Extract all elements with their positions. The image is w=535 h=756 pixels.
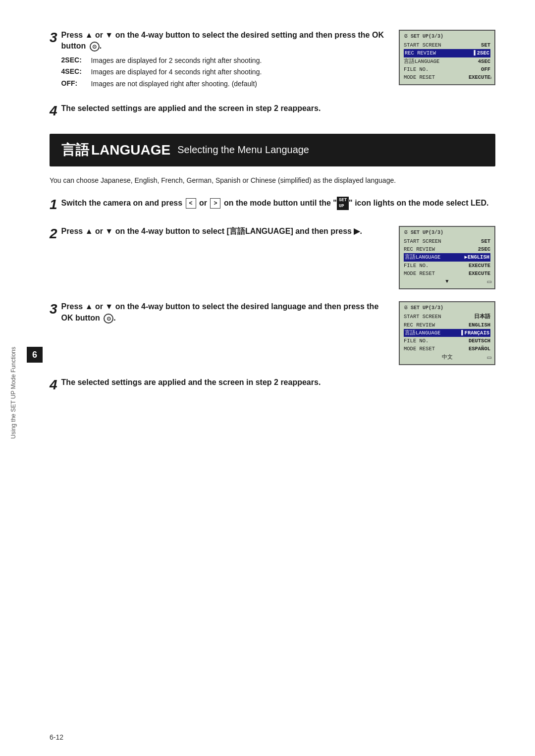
lcd-screen-3: 𝔖 SET UP(3/3) START SCREEN 日本語 REC REVIE…	[399, 301, 495, 365]
step3-number: 3	[50, 30, 57, 46]
lang-step4-heading: The selected settings are applied and th…	[61, 377, 495, 388]
ok-button-icon: ⊙	[90, 42, 100, 52]
lang-step3-heading: Press or on the 4-way button to select t…	[61, 301, 389, 324]
lcd-row-4: FILE NO. OFF	[404, 65, 490, 73]
sidebar-label: Using the SET UP Mode Functions	[10, 347, 18, 439]
desc-off: OFF: Images are not displayed right afte…	[61, 79, 389, 89]
btn-left-icon: <	[186, 198, 196, 209]
step3-heading: Press or on the 4-way button to select t…	[61, 30, 389, 52]
lcd2-row-6: ▼	[404, 277, 490, 285]
lcd3-row-6: 中文	[404, 353, 490, 361]
btn-right-icon: >	[210, 198, 220, 209]
step4-content-sec1: The selected settings are applied and th…	[61, 103, 495, 118]
lcd2-row-5: MODE RESET EXECUTE	[404, 270, 490, 277]
step4-heading-sec1: The selected settings are applied and th…	[61, 103, 495, 114]
set-up-icon: SETUP	[337, 197, 349, 210]
lang-step3-row: 3 Press or on the 4-way button to select…	[50, 301, 495, 365]
lang-step1-number: 1	[50, 197, 57, 213]
lcd2-row-1: START SCREEN SET	[404, 237, 490, 245]
lang-step3-content: Press or on the 4-way button to select t…	[61, 301, 495, 365]
lcd3-row-1: START SCREEN 日本語	[404, 313, 490, 321]
lcd3-row-3: 言語LANGUAGE ▌FRANÇAIS	[404, 329, 490, 337]
step4-row-sec1: 4 The selected settings are applied and …	[50, 103, 495, 119]
page-container: 6 Using the SET UP Mode Functions 3 Pres…	[0, 0, 535, 756]
lcd-row-2: REC REVIEW ▌2SEC	[404, 49, 490, 57]
lcd-row-5: MODE RESET EXECUTE	[404, 73, 490, 81]
desc-2sec: 2SEC: Images are displayed for 2 seconds…	[61, 56, 389, 66]
lcd-card-icon: ▭	[487, 73, 491, 82]
banner-subtitle: Selecting the Menu Language	[177, 144, 309, 156]
lcd3-row-4: FILE NO. DEUTSCH	[404, 337, 490, 345]
language-banner: 言語 LANGUAGE Selecting the Menu Language	[50, 134, 495, 166]
lcd3-card-icon: ▭	[487, 353, 491, 362]
step3-text: Press or on the 4-way button to select t…	[61, 30, 389, 91]
step3-row: 3 Press or on the 4-way button to select…	[50, 30, 495, 91]
lang-step1-row: 1 Switch the camera on and press < or > …	[50, 197, 495, 214]
lcd2-row-2: REC REVIEW 2SEC	[404, 245, 490, 253]
lcd2-row-4: FILE NO. EXECUTE	[404, 262, 490, 270]
lang-step4-number: 4	[50, 377, 57, 393]
lcd-row-1: START SCREEN SET	[404, 41, 490, 49]
banner-kanji: 言語	[61, 141, 89, 160]
lcd3-row-2: REC REVIEW ENGLISH	[404, 321, 490, 329]
desc-4sec: 4SEC: Images are displayed for 4 seconds…	[61, 67, 389, 77]
lang-step4-row: 4 The selected settings are applied and …	[50, 377, 495, 393]
lang-step3-text: Press or on the 4-way button to select t…	[61, 301, 389, 327]
lang-step3-number: 3	[50, 301, 57, 317]
lang-step3-heading-area: Press or on the 4-way button to select t…	[61, 301, 495, 365]
intro-paragraph: You can choose Japanese, English, French…	[50, 175, 495, 186]
lang-step4-content: The selected settings are applied and th…	[61, 377, 495, 392]
chapter-badge: 6	[27, 347, 43, 363]
lcd-screen-2: 𝔖 SET UP(3/3) START SCREEN SET REC REVIE…	[399, 226, 495, 290]
desc-table-sec1: 2SEC: Images are displayed for 2 seconds…	[61, 56, 389, 89]
lang-step1-content: Switch the camera on and press < or > on…	[61, 197, 495, 214]
lcd-screen-1: 𝔖 SET UP(3/3) START SCREEN SET REC REVIE…	[399, 30, 495, 85]
lcd-row-3: 言語LANGUAGE 4SEC	[404, 57, 490, 65]
lang-step1-heading: Switch the camera on and press < or > on…	[61, 197, 495, 210]
step4-number-sec1: 4	[50, 103, 57, 119]
step3-content: Press or on the 4-way button to select t…	[61, 30, 495, 91]
step3-heading-area: Press or on the 4-way button to select t…	[61, 30, 495, 91]
ok-button-icon-2: ⊙	[104, 314, 113, 324]
lang-step2-heading: Press or on the 4-way button to select […	[61, 226, 389, 237]
lcd2-card-icon: ▭	[487, 277, 491, 286]
lang-step2-row: 2 Press or on the 4-way button to select…	[50, 226, 495, 290]
lang-step2-content: Press or on the 4-way button to select […	[61, 226, 495, 290]
page-number: 6-12	[50, 733, 63, 741]
lang-step2-heading-area: Press or on the 4-way button to select […	[61, 226, 495, 290]
banner-lang-text: LANGUAGE	[91, 142, 170, 158]
chapter-number: 6	[32, 350, 37, 360]
lang-step2-text: Press or on the 4-way button to select […	[61, 226, 389, 241]
lcd2-row-3: 言語LANGUAGE ▶ENGLISH	[404, 253, 490, 261]
lcd3-row-5: MODE RESET ESPAÑOL	[404, 345, 490, 353]
lang-step2-number: 2	[50, 226, 57, 242]
